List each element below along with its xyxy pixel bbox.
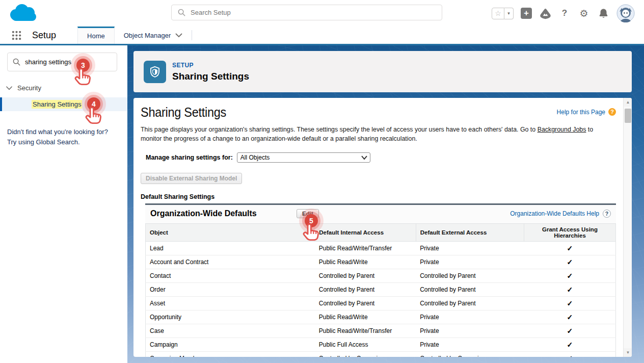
salesforce-logo	[7, 2, 39, 27]
app-launcher-icon[interactable]	[11, 27, 22, 44]
chevron-down-icon	[6, 86, 12, 90]
owd-help-link[interactable]: Organization-Wide Defaults Help	[510, 210, 599, 217]
table-row: OpportunityPublic Read/WritePrivate✓	[146, 310, 616, 324]
owd-cell-hierarchy-check: ✓	[524, 283, 615, 297]
owd-cell-object: Asset	[146, 297, 315, 310]
background-jobs-link[interactable]: Background Jobs	[538, 126, 586, 133]
hand-cursor-icon	[302, 222, 321, 243]
owd-col-hierarchies: Grant Access Using Hierarchies	[524, 224, 615, 242]
owd-table: Object Default Internal Access Default E…	[145, 223, 616, 357]
tab-home[interactable]: Home	[77, 27, 115, 44]
owd-cell-external-access: Private	[416, 338, 524, 352]
sidebar-item-sharing-settings[interactable]: Sharing Settings	[0, 97, 127, 111]
setup-sidebar: Security Sharing Settings Didn't find wh…	[0, 45, 127, 363]
setup-gear-icon[interactable]: ⚙	[578, 7, 590, 19]
table-row: Campaign MemberControlled by CampaignCon…	[146, 352, 616, 357]
hand-cursor-icon	[73, 66, 93, 88]
help-icon[interactable]: ?	[558, 7, 571, 19]
owd-cell-hierarchy-check: ✓	[524, 310, 615, 324]
page-header-title: Sharing Settings	[172, 71, 249, 82]
scrollbar-thumb[interactable]	[625, 109, 631, 123]
owd-cell-external-access: Controlled by Parent	[416, 283, 524, 297]
global-actions-icon[interactable]: +	[521, 8, 532, 19]
owd-cell-hierarchy-check: ✓	[524, 269, 615, 283]
scrollbar-down-icon[interactable]: ▼	[624, 348, 632, 357]
guidance-center-icon[interactable]	[539, 7, 551, 19]
owd-cell-internal-access: Controlled by Campaign	[315, 352, 416, 357]
owd-col-internal: Default Internal Access	[315, 224, 416, 242]
owd-cell-internal-access: Controlled by Parent	[315, 269, 416, 283]
owd-title: Organization-Wide Defaults	[150, 209, 297, 218]
owd-col-external: Default External Access	[416, 224, 524, 242]
global-header: ☆ ▾ + ? ⚙	[0, 0, 644, 27]
annotation-marker-4: 4	[82, 92, 105, 116]
help-badge-icon[interactable]: ?	[608, 108, 616, 116]
setup-navbar: Setup Home Object Manager	[0, 27, 644, 45]
owd-help-icon[interactable]: ?	[603, 210, 611, 218]
salesforce-setup-screen: ☆ ▾ + ? ⚙	[0, 0, 644, 363]
scrollbar-up-icon[interactable]: ▲	[624, 98, 632, 107]
search-highlight: Sharing Settings	[32, 100, 82, 109]
owd-cell-hierarchy-check: ✓	[524, 255, 615, 269]
header-actions: ☆ ▾ + ? ⚙	[492, 0, 635, 27]
owd-cell-object: Contact	[146, 269, 315, 283]
owd-cell-external-access: Controlled by Parent	[416, 297, 524, 310]
owd-cell-object: Campaign	[146, 338, 315, 352]
tab-object-manager[interactable]: Object Manager	[115, 27, 192, 44]
owd-cell-internal-access: Public Read/Write	[315, 310, 416, 324]
chevron-down-icon	[175, 33, 182, 38]
owd-cell-internal-access: Controlled by Parent	[315, 297, 416, 310]
owd-cell-external-access: Private	[416, 310, 524, 324]
global-search-input[interactable]	[191, 9, 415, 16]
owd-cell-hierarchy-check: ✓	[524, 242, 615, 255]
tab-divider	[192, 30, 192, 40]
owd-cell-object: Campaign Member	[146, 352, 315, 357]
page-header-card: SETUP Sharing Settings	[133, 51, 632, 92]
table-row: CampaignPublic Full AccessPrivate✓	[146, 338, 616, 352]
sidebar-section-security[interactable]: Security	[6, 84, 41, 92]
app-name: Setup	[32, 27, 56, 44]
page-description: This page displays your organization's s…	[141, 125, 616, 143]
owd-cell-external-access: Private	[416, 324, 524, 338]
manage-sharing-select[interactable]: All Objects	[237, 152, 370, 163]
favorites-star-icon[interactable]: ☆	[492, 8, 504, 19]
global-search[interactable]	[171, 5, 442, 20]
owd-cell-hierarchy-check: ✓	[524, 324, 615, 338]
sharing-shield-icon	[144, 61, 166, 83]
search-icon	[178, 9, 185, 16]
owd-cell-hierarchy-check: ✓	[524, 352, 615, 357]
table-row: AssetControlled by ParentControlled by P…	[146, 297, 616, 310]
owd-cell-internal-access: Public Read/Write	[315, 255, 416, 269]
owd-cell-internal-access: Public Read/Write/Transfer	[315, 242, 416, 255]
manage-sharing-label: Manage sharing settings for:	[146, 154, 233, 161]
notifications-bell-icon[interactable]	[597, 7, 609, 19]
page-title: Sharing Settings	[141, 105, 226, 120]
select-chevron-icon	[361, 155, 367, 160]
favorites-control: ☆ ▾	[492, 8, 514, 19]
main-content-card: Sharing Settings Help for this Page ? Th…	[133, 98, 632, 357]
owd-cell-hierarchy-check: ✓	[524, 338, 615, 352]
table-row: OrderControlled by ParentControlled by P…	[146, 283, 616, 297]
owd-col-object: Object	[146, 224, 315, 242]
owd-cell-internal-access: Public Full Access	[315, 338, 416, 352]
sidebar-not-found-text: Didn't find what you're looking for? Try…	[7, 127, 108, 147]
help-for-this-page-link[interactable]: Help for this Page	[557, 109, 605, 116]
owd-cell-external-access: Controlled by Campaign	[416, 352, 524, 357]
owd-cell-object: Account and Contract	[146, 255, 315, 269]
user-avatar[interactable]	[616, 4, 635, 22]
disable-external-sharing-button[interactable]: Disable External Sharing Model	[141, 173, 242, 184]
table-row: ContactControlled by ParentControlled by…	[146, 269, 616, 283]
page-header-eyebrow: SETUP	[172, 62, 249, 69]
annotation-marker-5: 5	[300, 209, 323, 232]
owd-cell-hierarchy-check: ✓	[524, 297, 615, 310]
default-sharing-settings-heading: Default Sharing Settings	[141, 193, 616, 200]
quick-find-box[interactable]	[7, 53, 117, 71]
table-row: LeadPublic Read/Write/TransferPrivate✓	[146, 242, 616, 255]
table-row: Account and ContractPublic Read/WritePri…	[146, 255, 616, 269]
hand-cursor-icon	[84, 105, 103, 126]
owd-cell-object: Case	[146, 324, 315, 338]
scrollbar[interactable]: ▲ ▼	[623, 98, 632, 357]
favorites-dropdown-icon[interactable]: ▾	[504, 8, 514, 19]
owd-cell-external-access: Private	[416, 242, 524, 255]
table-row: CasePublic Read/Write/TransferPrivate✓	[146, 324, 616, 338]
